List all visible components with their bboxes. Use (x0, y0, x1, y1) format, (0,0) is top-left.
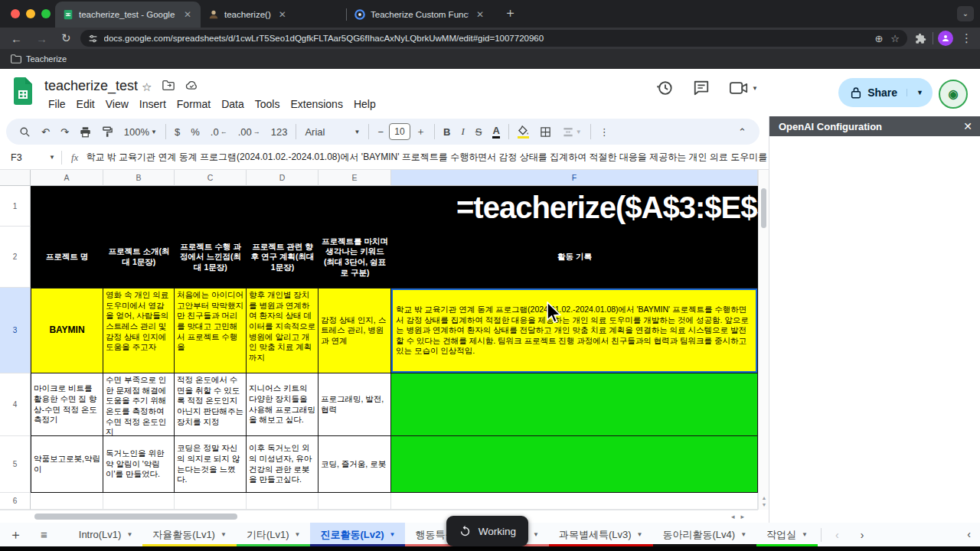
bookmark-folder-teacherize[interactable]: Teacherize (11, 54, 67, 64)
sheet-tab-chevron-icon[interactable]: ▼ (802, 531, 808, 538)
font-select[interactable]: Arial▼ (299, 126, 365, 138)
browser-tab-teacherize[interactable]: teacherize() ✕ (201, 2, 346, 28)
cell-d4[interactable]: 지니어스 키트의 다양한 장치들을 사용해 프로그래밍을 해보고 싶다. (247, 373, 318, 436)
cell-e6[interactable] (318, 493, 391, 510)
panel-close-icon[interactable]: ✕ (963, 120, 972, 132)
menu-edit[interactable]: Edit (71, 96, 100, 112)
cell-c4[interactable]: 적정 온도에서 수면을 취할 수 있도록 적정 온도인지 아닌지 판단해주는 장… (175, 373, 247, 436)
sheet-tab-jakupsil[interactable]: 작업실▼ (756, 523, 818, 546)
menu-help[interactable]: Help (348, 96, 381, 112)
row-header-3[interactable]: 3 (0, 288, 31, 373)
address-bar[interactable]: docs.google.com/spreadsheets/d/1cwLrT5Se… (80, 30, 907, 47)
tab-close-icon[interactable]: ✕ (182, 9, 193, 20)
new-tab-button[interactable]: ＋ (504, 4, 517, 21)
forward-button[interactable]: → (36, 32, 47, 45)
row-header-2[interactable]: 2 (0, 227, 31, 288)
minimize-window-icon[interactable] (26, 9, 35, 18)
redo-button[interactable]: ↷ (55, 126, 74, 138)
maximize-window-icon[interactable] (41, 9, 51, 18)
browser-tab-custom-function[interactable]: Teacherize Custom Function ✕ (347, 2, 496, 28)
menu-tools[interactable]: Tools (250, 96, 286, 112)
cell-c6[interactable] (175, 493, 247, 510)
format-percent-button[interactable]: % (185, 126, 205, 138)
extensions-icon[interactable] (915, 33, 926, 44)
column-header-d[interactable]: D (247, 170, 318, 186)
cell-a2[interactable]: 프로젝트 명 (31, 227, 103, 288)
cell-f5[interactable] (391, 436, 758, 493)
cell-d2[interactable]: 프로젝트 관련 향후 연구 계획(최대 1문장) (247, 227, 318, 288)
more-toolbar-options-icon[interactable]: ⋮ (594, 126, 615, 138)
row-header-5[interactable]: 5 (0, 436, 31, 493)
sheet-tab-chevron-icon[interactable]: ▼ (295, 531, 301, 538)
cell-a4[interactable]: 마이크로 비트를 활용한 수면 질 향상-수면 적정 온도 측정기 (31, 373, 103, 436)
sheet-tab-chevron-icon[interactable]: ▼ (389, 531, 395, 538)
horizontal-scrollbar-thumb[interactable] (34, 514, 237, 520)
cloud-saved-icon[interactable] (185, 80, 198, 90)
print-button[interactable] (74, 126, 96, 138)
scroll-tabs-right-icon[interactable]: › (850, 529, 875, 541)
menu-view[interactable]: View (100, 96, 134, 112)
menu-file[interactable]: File (43, 96, 71, 112)
sheet-tab-intro[interactable]: Intro(Lv1)▼ (69, 523, 143, 546)
tab-close-icon[interactable]: ✕ (277, 9, 288, 20)
column-header-c[interactable]: C (175, 170, 247, 186)
cell-b5[interactable]: 독거노인을 위한 약 알림이 '약림이'를 만들었다. (103, 436, 175, 493)
cell-e2[interactable]: 프로젝트를 마치며 생각나는 키워드(최대 3단어, 쉼표로 구분) (318, 227, 391, 288)
number-format-button[interactable]: 123 (266, 126, 293, 138)
site-settings-icon[interactable] (88, 34, 98, 44)
menu-format[interactable]: Format (172, 96, 216, 112)
zoom-select[interactable]: 100% ▼ (119, 126, 162, 138)
cell-a6[interactable] (31, 493, 103, 510)
cell-e4[interactable]: 프로그래밍, 발전,협력 (318, 373, 391, 436)
star-document-icon[interactable]: ☆ (142, 80, 152, 94)
cell-c3[interactable]: 처음에는 아이디어 고안부터 막막했지만 친구들과 머리를 맞대고 고민해서 프… (175, 288, 247, 373)
text-color-button[interactable]: A (487, 125, 505, 139)
increase-font-size-button[interactable]: ＋ (410, 125, 431, 139)
zoom-page-icon[interactable]: ⊕ (874, 33, 883, 44)
menu-insert[interactable]: Insert (134, 96, 172, 112)
paint-format-button[interactable] (96, 126, 119, 138)
decrease-decimal-button[interactable]: .0← (205, 126, 233, 138)
macos-window-controls[interactable] (11, 9, 51, 18)
strikethrough-button[interactable]: S (470, 126, 488, 138)
font-size-input[interactable]: 10 (389, 123, 410, 140)
borders-button[interactable] (534, 126, 557, 138)
bold-button[interactable]: B (438, 126, 456, 138)
cell-c2[interactable]: 프로젝트 수행 과정에서 느낀점(최대 1문장) (175, 227, 247, 288)
vertical-scrollbar[interactable]: ▲▼ (758, 170, 769, 510)
sheet-tab-jayul[interactable]: 자율활동(Lv1)▼ (142, 523, 237, 546)
increase-decimal-button[interactable]: .00→ (233, 126, 266, 138)
cell-b3[interactable]: 영화 속 개인 의료 도우미에서 영감을 얻어, 사람들의 스트레스 관리 및 … (103, 288, 175, 373)
cell-a3[interactable]: BAYMIN (31, 288, 103, 373)
scroll-tabs-left-icon[interactable]: ‹ (825, 529, 850, 541)
row-header-6[interactable]: 6 (0, 493, 31, 510)
cell-d6[interactable] (247, 493, 318, 510)
vertical-scroll-arrows[interactable]: ▲▼ (759, 494, 769, 508)
row-header-4[interactable]: 4 (0, 373, 31, 436)
collapse-right-icon[interactable]: ‹ (967, 528, 971, 540)
all-sheets-button[interactable]: ≡ (31, 528, 57, 541)
add-sheet-button[interactable]: ＋ (0, 526, 31, 543)
comments-icon[interactable] (693, 80, 710, 96)
name-box[interactable]: F3 ▼ (0, 152, 61, 163)
horizontal-scroll-arrows[interactable]: ◂▸ (731, 513, 750, 520)
cell-f6[interactable] (391, 493, 758, 510)
column-header-e[interactable]: E (318, 170, 391, 186)
document-title[interactable]: teacherize_test (44, 78, 138, 94)
meet-button[interactable]: ▼ (730, 81, 758, 95)
cell-b4[interactable]: 수면 부족으로 인한 문제점 해결에 도움을 주기 위해 온도를 측정하여 수면… (103, 373, 175, 436)
close-window-icon[interactable] (11, 9, 20, 18)
sheet-tab-dongari[interactable]: 동아리활동(Lv4)▼ (653, 523, 757, 546)
sheet-tab-chevron-icon[interactable]: ▼ (220, 531, 227, 538)
horizontal-scrollbar[interactable]: ◂▸ (0, 510, 758, 523)
sheet-tab-gwamok[interactable]: 과목별세특(Lv3)▼ (549, 523, 653, 546)
tab-search-chevron-icon[interactable]: ⌄ (957, 6, 974, 21)
undo-button[interactable]: ↶ (36, 126, 55, 138)
sheet-tab-chevron-icon[interactable]: ▼ (126, 531, 132, 538)
column-header-b[interactable]: B (103, 170, 175, 186)
select-all-corner[interactable] (0, 170, 31, 186)
fill-color-button[interactable] (512, 126, 534, 139)
version-history-icon[interactable] (656, 80, 673, 96)
account-avatar[interactable]: ◉ (939, 80, 968, 109)
back-button[interactable]: ← (11, 32, 22, 45)
